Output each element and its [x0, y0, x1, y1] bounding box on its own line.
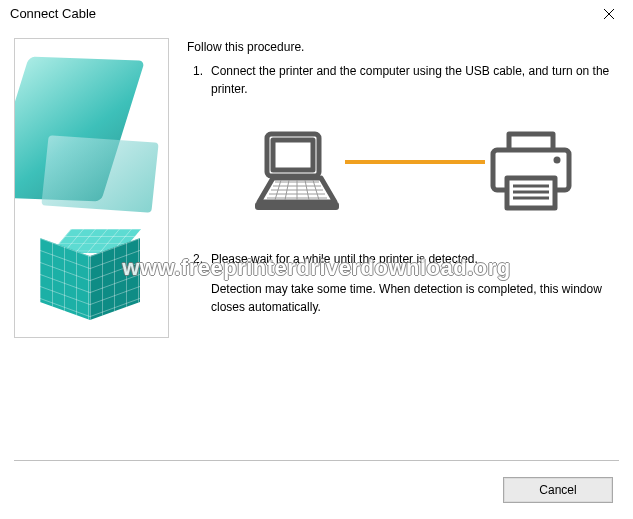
svg-point-19 — [554, 157, 561, 164]
instructions-panel: Follow this procedure. 1. Connect the pr… — [187, 38, 619, 338]
instructions-intro: Follow this procedure. — [187, 38, 619, 56]
svg-rect-3 — [273, 140, 313, 170]
window-title: Connect Cable — [10, 6, 96, 21]
close-icon — [603, 8, 615, 20]
step-text: Connect the printer and the computer usi… — [211, 62, 619, 98]
step-number: 1. — [187, 62, 211, 98]
step-number: 2. — [187, 250, 211, 268]
svg-rect-5 — [255, 202, 339, 210]
cube-decor-icon — [14, 38, 169, 338]
step-text: Please wait for a while until the printe… — [211, 250, 619, 268]
connection-diagram — [187, 112, 619, 232]
usb-cable-line — [345, 160, 485, 164]
printer-icon — [485, 128, 577, 216]
cancel-button[interactable]: Cancel — [503, 477, 613, 503]
instructions-note: Detection may take some time. When detec… — [211, 280, 619, 316]
laptop-icon — [249, 128, 345, 216]
close-button[interactable] — [589, 2, 629, 26]
